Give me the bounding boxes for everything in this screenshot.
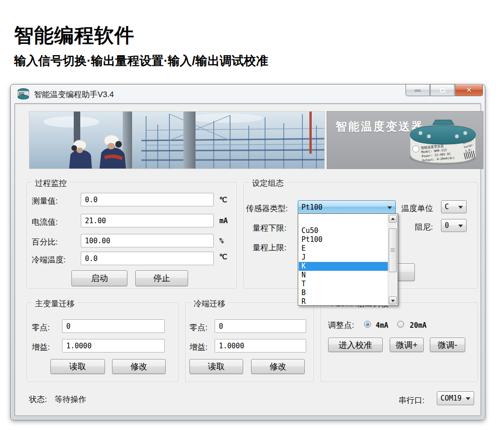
status-value: 等待操作: [55, 394, 86, 405]
maximize-icon: [440, 88, 445, 92]
group-output-calibration: 4-20mA输出调校 调整点: 4mA 20mA 进入校准 微调+ 微调-: [321, 303, 478, 382]
dropdown-item-selected[interactable]: K: [299, 262, 388, 271]
chevron-down-icon: [466, 397, 470, 400]
app-window: 智能温变编程助手V3.4 ✕: [10, 84, 485, 420]
sensor-type-options: Cu50 Pt100 E J K N T B R: [299, 214, 388, 305]
dropdown-item[interactable]: T: [299, 280, 388, 289]
pv-gain-field[interactable]: [62, 339, 165, 352]
percent-unit: %: [219, 237, 224, 245]
dropdown-item[interactable]: R: [299, 297, 388, 306]
range-high-label: 量程上限:: [252, 242, 287, 253]
dropdown-item[interactable]: J: [299, 253, 388, 262]
chevron-down-icon: [458, 206, 463, 209]
dropdown-item[interactable]: Pt100: [299, 235, 388, 244]
chevron-down-icon: [387, 206, 392, 209]
group-cj-migration: 冷端迁移 零点: 增益: 读取 修改: [185, 303, 314, 382]
maximize-button[interactable]: [430, 85, 455, 96]
banner-photo: [29, 111, 325, 169]
measured-value-field[interactable]: [81, 193, 214, 206]
current-value-field[interactable]: [81, 214, 214, 227]
cj-zero-field[interactable]: [215, 319, 306, 333]
chevron-down-icon: [458, 225, 463, 227]
window-titlebar[interactable]: 智能温变编程助手V3.4 ✕: [11, 85, 485, 103]
cj-modify-button[interactable]: 修改: [251, 359, 305, 374]
group-title-config: 设定组态: [250, 178, 286, 189]
pv-read-button[interactable]: 读取: [50, 359, 105, 374]
close-button[interactable]: ✕: [455, 85, 483, 96]
group-title-pv-migration: 主变量迁移: [33, 298, 77, 309]
temp-unit-label: 温度单位: [401, 203, 433, 214]
group-title-cj-migration: 冷端迁移: [191, 298, 228, 309]
measured-value-label: 测量值:: [32, 196, 58, 206]
cold-junction-temp-label: 冷端温度:: [32, 254, 66, 265]
radio-4ma[interactable]: [364, 321, 371, 328]
serial-port-label: 串行口:: [399, 395, 425, 406]
radio-20ma-label: 20mA: [410, 321, 427, 330]
cold-junction-temp-field[interactable]: [81, 252, 214, 265]
cold-junction-temp-unit: ℃: [219, 253, 227, 261]
product-image: 智能温度变送器 Model: NHR-213 Power: 12~40V DC …: [405, 114, 483, 169]
window-controls: ✕: [406, 85, 483, 97]
cj-read-button[interactable]: 读取: [189, 359, 243, 374]
serial-port-combo[interactable]: COM19: [437, 391, 474, 405]
pv-zero-field[interactable]: [62, 319, 165, 333]
app-icon: [17, 88, 30, 100]
enter-calibration-button[interactable]: 进入校准: [328, 338, 383, 352]
cj-gain-label: 增益:: [189, 342, 208, 352]
radio-4ma-label: 4mA: [376, 321, 388, 330]
cj-zero-label: 零点:: [189, 322, 208, 333]
dropdown-item[interactable]: [299, 214, 388, 226]
banner-panel: 智能温度变送器: [327, 111, 483, 169]
damping-combo[interactable]: 0: [441, 219, 467, 232]
dropdown-scrollbar[interactable]: [388, 214, 397, 305]
page-subtitle: 输入信号切换·输出量程设置·输入/输出调试校准: [14, 53, 268, 69]
scrollbar-thumb[interactable]: [389, 228, 397, 272]
minimize-icon: [414, 90, 421, 91]
damping-value: 0: [445, 221, 449, 230]
percent-label: 百分比:: [32, 237, 58, 247]
pv-zero-label: 零点:: [32, 322, 50, 333]
scroll-down-icon[interactable]: [389, 296, 397, 304]
sensor-type-label: 传感器类型:: [246, 203, 288, 214]
sensor-type-combo[interactable]: Pt100: [298, 200, 396, 214]
serial-port-value: COM19: [441, 394, 462, 402]
dropdown-item[interactable]: N: [299, 271, 388, 280]
window-title: 智能温变编程助手V3.4: [34, 89, 114, 100]
pv-gain-label: 增益:: [32, 342, 50, 352]
start-button[interactable]: 启动: [71, 270, 127, 286]
fine-tune-plus-button[interactable]: 微调+: [390, 338, 424, 352]
stop-button[interactable]: 停止: [135, 270, 188, 286]
sensor-type-value: Pt100: [301, 203, 322, 211]
percent-field[interactable]: [81, 234, 214, 247]
sensor-type-dropdown-list: Cu50 Pt100 E J K N T B R: [298, 213, 398, 306]
status-label: 状态:: [29, 394, 47, 405]
group-title-process-monitor: 过程监控: [33, 178, 69, 189]
client-area: 智能温度变送器: [14, 103, 481, 416]
adjust-point-label: 调整点:: [328, 320, 354, 331]
scroll-up-icon[interactable]: [389, 215, 397, 223]
range-low-label: 量程下限:: [252, 223, 287, 233]
page-root: 智能编程软件 输入信号切换·输出量程设置·输入/输出调试校准 智能温变编程助手V…: [0, 0, 504, 430]
minimize-button[interactable]: [406, 85, 430, 96]
radio-20ma[interactable]: [397, 321, 404, 328]
temp-unit-value: C: [445, 203, 449, 211]
dropdown-item[interactable]: Cu50: [299, 226, 388, 235]
group-pv-migration: 主变量迁移 零点: 增益: 读取 修改: [27, 303, 178, 382]
group-process-monitor: 过程监控 测量值: ℃ 电流值: mA 百分比: % 冷端温度: ℃ 启动 停止: [27, 182, 237, 289]
cj-gain-field[interactable]: [215, 339, 306, 352]
current-value-label: 电流值:: [32, 217, 58, 227]
dropdown-item[interactable]: E: [299, 244, 388, 253]
close-icon: ✕: [466, 86, 472, 94]
measured-value-unit: ℃: [219, 196, 227, 204]
current-value-unit: mA: [219, 217, 228, 225]
fine-tune-minus-button[interactable]: 微调-: [430, 338, 465, 352]
damping-label: 阻尼:: [415, 222, 433, 233]
dropdown-item[interactable]: B: [299, 289, 388, 297]
page-title: 智能编程软件: [14, 22, 134, 49]
temp-unit-combo[interactable]: C: [441, 200, 467, 213]
banner-photo-illustration: [29, 112, 325, 169]
pv-modify-button[interactable]: 修改: [112, 359, 166, 374]
